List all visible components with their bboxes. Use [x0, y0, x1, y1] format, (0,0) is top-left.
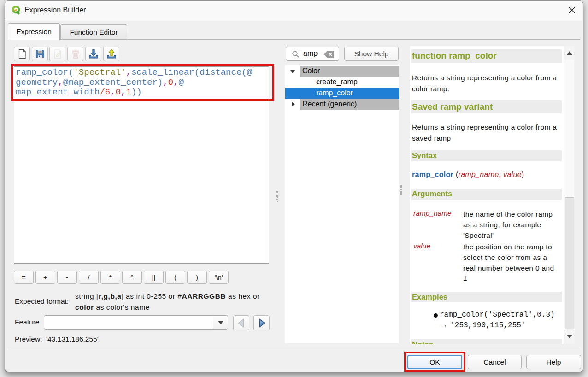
operator-plus-button[interactable]: +: [35, 271, 55, 284]
scroll-down-icon: [567, 335, 572, 338]
tree-group-color-label: Color: [302, 67, 320, 75]
tab-function-editor[interactable]: Function Editor: [60, 24, 127, 39]
save-expression-button[interactable]: [32, 47, 48, 61]
expression-line: geometry,@map_extent_center),0,@: [16, 78, 269, 88]
function-search-input[interactable]: amp: [286, 47, 339, 61]
delete-expression-button-disabled[interactable]: [67, 47, 83, 61]
operator-label: ^: [130, 273, 134, 281]
cancel-button[interactable]: Cancel: [468, 355, 522, 369]
operator-label: +: [43, 273, 47, 281]
tab-pane-border: [8, 39, 580, 40]
tab-expression[interactable]: Expression: [8, 23, 60, 40]
feature-combobox[interactable]: [44, 315, 228, 330]
tree-item-create-ramp[interactable]: create_ramp: [285, 77, 399, 88]
arrow-left-icon: [236, 318, 247, 329]
help-example-result: → '253,190,115,255': [441, 321, 525, 330]
scrollbar-handle[interactable]: [565, 197, 574, 329]
qgis-logo-icon: [12, 5, 21, 15]
expression-line: map_extent_width/6,0,1)): [16, 88, 269, 98]
expected-format-line1: string [r,g,b,a] as int 0-255 or #AARRGG…: [75, 292, 260, 300]
expression-line: ramp_color('Spectral',scale_linear(dista…: [16, 68, 269, 78]
ok-button[interactable]: OK: [407, 355, 462, 369]
help-example-code: ramp_color('Spectral',0.3): [440, 311, 555, 319]
ok-button-label: OK: [429, 358, 440, 366]
help-notes-heading-clipped: Notes: [411, 339, 562, 344]
new-file-icon: [17, 48, 28, 59]
clear-search-icon[interactable]: [324, 51, 335, 58]
operator-newline-button[interactable]: '\n': [209, 271, 229, 284]
show-help-button[interactable]: Show Help: [344, 47, 399, 61]
operator-label: ): [196, 273, 198, 281]
help-argument-desc: the position on the ramp to select the c…: [463, 242, 562, 284]
dialog-title: Expression Builder: [24, 6, 86, 14]
show-help-label: Show Help: [354, 50, 389, 58]
help-argument-name: value: [413, 242, 430, 250]
help-arguments-heading: Arguments: [411, 188, 562, 200]
tree-item-create-ramp-label: create_ramp: [316, 78, 358, 86]
operator-label: /: [88, 273, 89, 281]
preview-label: Preview:: [15, 335, 42, 343]
operator-label: -: [66, 273, 68, 281]
help-argument-name: ramp_name: [413, 209, 452, 218]
help-title-function: function ramp_color: [411, 49, 562, 63]
tab-function-editor-label: Function Editor: [70, 28, 118, 36]
help-argument-desc: the name of the color ramp as a string, …: [463, 209, 562, 241]
operator-multiply-button[interactable]: *: [100, 271, 120, 284]
edit-expression-button-disabled[interactable]: [49, 47, 65, 61]
help-syntax-line: ramp_color (ramp_name, value): [412, 171, 524, 179]
tree-group-recent[interactable]: Recent (generic): [285, 99, 399, 110]
operator-label: =: [22, 273, 26, 281]
expected-format-line2: color as color's name: [75, 303, 150, 312]
operator-label: '\n': [214, 273, 223, 281]
operator-equals-button[interactable]: =: [14, 271, 34, 284]
feature-combobox-dropdown[interactable]: [213, 316, 228, 329]
close-icon[interactable]: [567, 6, 576, 15]
operator-concat-button[interactable]: ||: [144, 271, 164, 284]
new-expression-button[interactable]: [14, 47, 30, 61]
scroll-up-icon: [567, 51, 572, 55]
bullet-icon: [434, 313, 438, 318]
arrow-right-icon: [256, 318, 267, 329]
expression-editor[interactable]: ramp_color('Spectral',scale_linear(dista…: [14, 66, 269, 264]
preview-value: '43,131,186,255': [46, 335, 99, 343]
operator-minus-button[interactable]: -: [57, 271, 77, 284]
help-examples-heading: Examples: [411, 292, 562, 302]
operator-label: ||: [152, 273, 156, 281]
edit-pencil-icon: [52, 48, 63, 59]
help-panel: function ramp_color Returns a string rep…: [410, 46, 564, 344]
previous-feature-button-disabled[interactable]: [233, 315, 249, 330]
help-title-variant: Saved ramp variant: [411, 100, 562, 113]
tree-group-color[interactable]: Color: [285, 66, 399, 77]
operator-power-button[interactable]: ^: [122, 271, 142, 284]
help-button[interactable]: Help: [526, 355, 581, 369]
expected-format-label: Expected format:: [15, 297, 69, 306]
cancel-button-label: Cancel: [483, 358, 506, 366]
search-icon: [292, 50, 300, 58]
next-feature-button[interactable]: [253, 315, 270, 330]
operator-open-paren-button[interactable]: (: [165, 271, 185, 284]
operator-divide-button[interactable]: /: [79, 271, 99, 284]
scrollbar-up-button[interactable]: [564, 46, 575, 60]
help-paragraph: Returns a string representing a color fr…: [412, 122, 562, 143]
feature-label: Feature: [15, 318, 39, 326]
expanded-arrow-icon[interactable]: [290, 70, 295, 73]
help-paragraph: Returns a string representing a color fr…: [412, 72, 562, 94]
scrollbar-down-button[interactable]: [564, 329, 575, 344]
export-expression-button[interactable]: [103, 47, 119, 61]
import-expression-button[interactable]: [85, 47, 101, 61]
operator-close-paren-button[interactable]: ): [187, 271, 207, 284]
title-bar: [5, 1, 582, 21]
splitter-handle-right[interactable]: [400, 184, 402, 195]
save-icon: [35, 48, 46, 59]
collapsed-arrow-icon[interactable]: [292, 102, 295, 106]
screenshot-stage: Expression Builder Function Editor Expre…: [0, 0, 588, 377]
tab-expression-label: Expression: [16, 28, 52, 36]
import-arrow-down-icon: [88, 48, 100, 60]
operator-label: (: [174, 273, 176, 281]
help-scrollbar[interactable]: [564, 46, 574, 344]
splitter-handle-left[interactable]: [276, 191, 278, 202]
tree-item-ramp-color-selected[interactable]: ramp_color: [285, 88, 399, 99]
function-tree: Color create_ramp ramp_color Recent (gen…: [285, 65, 399, 343]
trash-icon: [70, 48, 81, 59]
export-arrow-up-icon: [106, 48, 118, 60]
